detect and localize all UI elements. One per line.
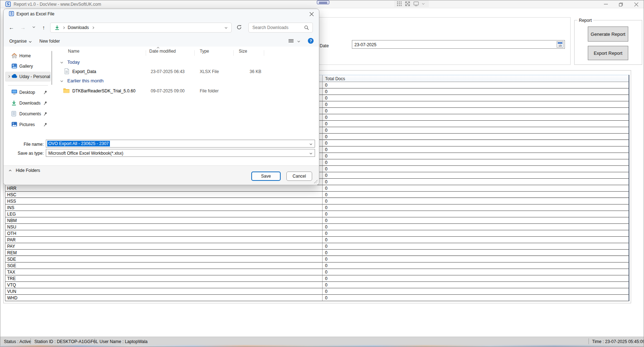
group-collapse-icon[interactable]: [60, 79, 63, 82]
status-bar: Status : Active Station ID : DESKTOP-A1G…: [0, 337, 644, 345]
sidebar-item-downloads[interactable]: Downloads: [5, 98, 51, 108]
save-button[interactable]: Save: [251, 172, 281, 181]
resize-grip[interactable]: [314, 180, 318, 183]
doc-code-cell: PAY: [7, 244, 15, 249]
minimize-button[interactable]: [601, 0, 611, 8]
history-chevron-icon[interactable]: [29, 23, 38, 32]
sidebar-item-documents[interactable]: Documents: [5, 109, 51, 119]
group-collapse-icon[interactable]: [60, 61, 63, 63]
total-docs-cell: 0: [322, 250, 629, 255]
total-docs-cell: 0: [322, 262, 629, 269]
breadcrumb-downloads[interactable]: Downloads: [68, 25, 89, 30]
table-row[interactable]: HSS 0: [5, 198, 629, 204]
column-type[interactable]: Type: [200, 49, 209, 54]
expand-chevron-icon[interactable]: [8, 75, 10, 78]
table-row[interactable]: WHD 0: [5, 295, 629, 301]
table-row[interactable]: HSC 0: [5, 192, 629, 198]
table-row[interactable]: NSU 0: [5, 224, 629, 230]
file-name-input[interactable]: OVO Export All - 230625 - 2307: [46, 140, 315, 148]
cancel-button[interactable]: Cancel: [286, 172, 312, 181]
generate-report-button[interactable]: Generate Report: [588, 26, 628, 42]
sidebar-scrollbar[interactable]: [51, 51, 52, 85]
total-docs-cell: 0: [322, 288, 629, 294]
column-size[interactable]: Size: [239, 49, 247, 54]
sidebar-item-home[interactable]: Home: [5, 51, 51, 61]
doc-table-rows: HRR 0 HSC 0 HSS 0 INS 0 LEG 0: [5, 185, 629, 301]
file-row-dtk-folder[interactable]: DTKBarReaderSDK_Trial_5.0.60 09-07-2025 …: [57, 87, 315, 95]
sidebar-item-desktop[interactable]: Desktop: [5, 87, 51, 97]
table-row[interactable]: TAX 0: [5, 269, 629, 275]
column-name[interactable]: Name: [68, 49, 79, 54]
report-group: Report Generate Report Export Report: [574, 20, 642, 65]
table-row[interactable]: VTQ 0: [5, 282, 629, 288]
total-docs-cell: 0: [322, 172, 629, 178]
table-row[interactable]: LEG 0: [5, 211, 629, 217]
desktop-icon: [11, 90, 17, 95]
file-name-dropdown-icon[interactable]: [310, 143, 312, 145]
file-size: 36 KB: [233, 69, 261, 74]
save-as-type-value: Microsoft Office Excel Workbook(*.xlsx): [48, 151, 124, 156]
group-label-today[interactable]: Today: [67, 59, 80, 65]
table-row[interactable]: PAY 0: [5, 243, 629, 250]
app-window: Report v1.0 - DocView - www.DevSoftUK.co…: [0, 0, 644, 347]
monitor-icon[interactable]: [413, 1, 419, 6]
save-as-type-select[interactable]: Microsoft Office Excel Workbook(*.xlsx): [46, 149, 315, 157]
file-type: XLSX File: [200, 69, 219, 74]
doc-code-cell: OTH: [7, 231, 16, 236]
table-row[interactable]: SDE 0: [5, 256, 629, 262]
table-row[interactable]: OTH 0: [5, 230, 629, 237]
calendar-picker-button[interactable]: 15: [557, 41, 563, 48]
group-label-earlier[interactable]: Earlier this month: [67, 78, 103, 83]
column-date-modified[interactable]: Date modified: [149, 49, 176, 54]
table-row[interactable]: SGE 0: [5, 262, 629, 269]
address-bar[interactable]: Downloads: [50, 23, 232, 33]
resize-arrows-icon[interactable]: [405, 1, 410, 6]
total-docs-cell: 0: [322, 101, 629, 107]
table-row[interactable]: VUN 0: [5, 288, 629, 295]
file-name: Export_Data: [72, 69, 96, 74]
table-row[interactable]: TRE 0: [5, 275, 629, 282]
file-date: 23-07-2025 06:43: [151, 69, 185, 74]
doc-code-cell: SDE: [7, 257, 16, 262]
table-row[interactable]: HRR 0: [5, 185, 629, 192]
organise-menu[interactable]: Organise: [9, 39, 31, 44]
forward-button[interactable]: →: [19, 23, 27, 32]
sidebar-item-gallery[interactable]: Gallery: [5, 61, 51, 71]
hide-folders-button[interactable]: Hide Folders: [16, 168, 40, 173]
help-icon[interactable]: ?: [308, 38, 314, 44]
total-docs-cell: 0: [322, 153, 629, 159]
sidebar-item-onedrive-personal[interactable]: Uday - Personal: [5, 72, 51, 82]
new-folder-button[interactable]: New folder: [39, 39, 60, 44]
export-report-button[interactable]: Export Report: [588, 46, 628, 60]
total-docs-cell: 0: [322, 282, 629, 288]
search-input[interactable]: Search Downloads: [248, 23, 313, 33]
table-row[interactable]: INS 0: [5, 204, 629, 211]
address-dropdown-icon[interactable]: [225, 26, 227, 28]
details-view-icon[interactable]: [289, 39, 294, 43]
refresh-button[interactable]: [235, 23, 243, 32]
grid-icon[interactable]: [397, 1, 402, 6]
chevron-down-icon[interactable]: [422, 2, 425, 4]
save-as-type-dropdown-icon[interactable]: [310, 152, 312, 154]
close-button[interactable]: [630, 0, 642, 8]
table-row[interactable]: NBM 0: [5, 217, 629, 224]
total-docs-cell: 0: [322, 140, 629, 146]
total-docs-cell: 0: [322, 127, 629, 133]
dialog-close-icon[interactable]: [307, 11, 316, 17]
total-docs-cell: 0: [322, 237, 629, 243]
documents-icon: [11, 111, 17, 117]
to-date-field[interactable]: 23-07-2025 15: [352, 40, 565, 49]
total-docs-cell: 0: [322, 159, 629, 165]
restore-button[interactable]: [616, 0, 626, 8]
view-dropdown-icon[interactable]: [297, 40, 300, 42]
calendar-icon: [558, 42, 562, 44]
total-docs-cell: 0: [322, 224, 629, 230]
back-button[interactable]: ←: [7, 23, 16, 32]
file-row-export-data[interactable]: Export_Data 23-07-2025 06:43 XLSX File 3…: [57, 67, 315, 76]
breadcrumb-chevron-icon[interactable]: [92, 26, 94, 29]
downloads-location-icon: [55, 25, 59, 30]
table-row[interactable]: REM 0: [5, 250, 629, 256]
table-row[interactable]: PAR 0: [5, 237, 629, 243]
up-button[interactable]: ↑: [39, 23, 48, 32]
sidebar-item-pictures[interactable]: Pictures: [5, 120, 51, 130]
